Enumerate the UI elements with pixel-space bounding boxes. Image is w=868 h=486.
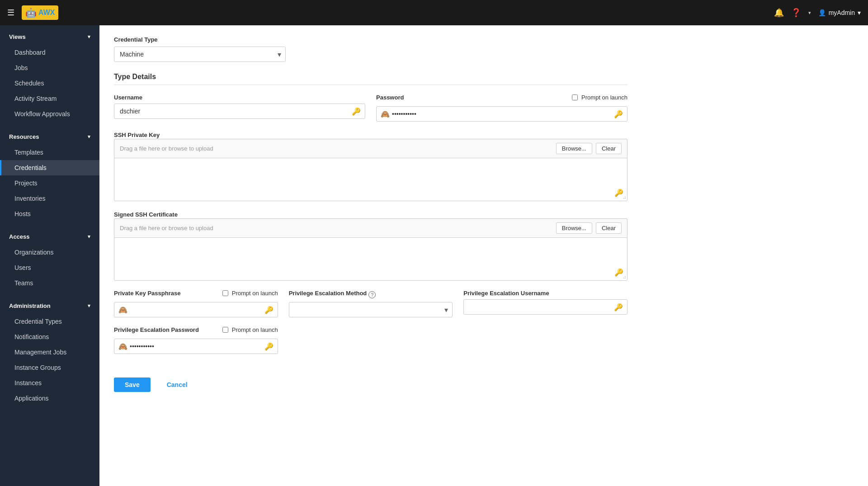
- signed-ssh-cert-icon[interactable]: 🔑: [614, 268, 623, 277]
- sidebar-item-projects[interactable]: Projects: [0, 175, 99, 191]
- signed-ssh-cert-label: Signed SSH Certificate: [114, 211, 178, 218]
- sidebar-item-instance-groups[interactable]: Instance Groups: [0, 360, 99, 375]
- escalation-password-input[interactable]: [114, 339, 278, 354]
- privilege-escalation-method-help-icon[interactable]: ?: [368, 291, 376, 298]
- password-key-icon[interactable]: 🔑: [614, 110, 623, 118]
- sidebar-section-views-label: Views: [9, 33, 26, 40]
- sidebar-section-resources-header[interactable]: Resources ▾: [0, 129, 99, 145]
- sidebar-item-workflow-approvals[interactable]: Workflow Approvals: [0, 106, 99, 122]
- ssh-private-key-browse-button[interactable]: Browse...: [556, 143, 592, 154]
- escalation-password-input-wrapper: 🙈 🔑: [114, 339, 278, 354]
- privilege-escalation-method-select-wrapper: sudo su pbrun pfexec doas dzdo ksu runas…: [289, 302, 453, 317]
- sidebar-section-administration-header[interactable]: Administration ▾: [0, 298, 99, 314]
- sidebar-item-templates[interactable]: Templates: [0, 145, 99, 160]
- privilege-escalation-username-key-icon[interactable]: 🔑: [614, 303, 623, 311]
- notification-icon[interactable]: 🔔: [774, 8, 784, 18]
- sidebar-item-credentials[interactable]: Credentials: [0, 160, 99, 175]
- sidebar-item-instances[interactable]: Instances: [0, 375, 99, 391]
- ssh-private-key-label: SSH Private Key: [114, 132, 160, 138]
- passphrase-input-wrapper: 🙈 🔑: [114, 302, 278, 317]
- sidebar-item-organizations[interactable]: Organizations: [0, 245, 99, 260]
- username-input[interactable]: [114, 104, 365, 119]
- sidebar-item-credential-types[interactable]: Credential Types: [0, 314, 99, 329]
- password-eye-icon[interactable]: 🙈: [381, 110, 390, 118]
- help-icon[interactable]: ❓: [791, 8, 801, 18]
- privilege-escalation-method-select[interactable]: sudo su pbrun pfexec doas dzdo ksu runas…: [289, 302, 453, 317]
- sidebar-section-administration: Administration ▾ Credential Types Notifi…: [0, 294, 99, 410]
- type-details-section: Type Details Username 🔑 Password: [114, 73, 627, 392]
- passphrase-prompt-text: Prompt on launch: [232, 290, 278, 297]
- sidebar-item-users[interactable]: Users: [0, 260, 99, 275]
- passphrase-prompt-label[interactable]: Prompt on launch: [222, 290, 278, 297]
- privilege-escalation-username-input[interactable]: [463, 299, 627, 315]
- sidebar-item-dashboard[interactable]: Dashboard: [0, 45, 99, 60]
- hamburger-icon[interactable]: ☰: [7, 8, 14, 18]
- sidebar-item-management-jobs[interactable]: Management Jobs: [0, 344, 99, 360]
- username-key-icon[interactable]: 🔑: [352, 107, 361, 116]
- ssh-private-key-textarea[interactable]: [114, 158, 627, 199]
- username-field: Username 🔑: [114, 94, 365, 119]
- signed-ssh-cert-upload-bar: Drag a file here or browse to upload Bro…: [114, 218, 627, 237]
- type-details-title: Type Details: [114, 73, 627, 85]
- password-label: Password: [376, 94, 404, 101]
- escalation-password-prompt-checkbox[interactable]: [222, 327, 228, 333]
- password-prompt-label[interactable]: Prompt on launch: [572, 94, 627, 101]
- credential-type-select-wrapper: Machine ▾: [114, 47, 286, 62]
- sidebar-item-schedules[interactable]: Schedules: [0, 75, 99, 91]
- username-label: myAdmin: [829, 9, 855, 16]
- credential-type-section: Credential Type Machine ▾: [114, 36, 627, 62]
- sidebar-item-applications[interactable]: Applications: [0, 391, 99, 406]
- passphrase-prompt-checkbox[interactable]: [222, 290, 228, 296]
- privilege-escalation-method-field: Privilege Escalation Method ? sudo su pb…: [289, 290, 453, 317]
- sidebar-item-hosts[interactable]: Hosts: [0, 206, 99, 222]
- sidebar: Views ▾ Dashboard Jobs Schedules Activit…: [0, 25, 99, 486]
- signed-ssh-cert-resize-handle: ⊿: [623, 274, 626, 279]
- escalation-password-row: Privilege Escalation Password Prompt on …: [114, 326, 627, 354]
- sidebar-section-resources-label: Resources: [9, 133, 39, 140]
- password-input[interactable]: [376, 106, 627, 122]
- sidebar-item-inventories[interactable]: Inventories: [0, 191, 99, 206]
- sidebar-section-resources: Resources ▾ Templates Credentials Projec…: [0, 125, 99, 225]
- help-chevron-icon[interactable]: ▾: [808, 10, 811, 16]
- escalation-password-prompt-label[interactable]: Prompt on launch: [222, 326, 278, 333]
- signed-ssh-cert-browse-button[interactable]: Browse...: [556, 222, 592, 234]
- signed-ssh-cert-clear-button[interactable]: Clear: [596, 222, 622, 234]
- escalation-password-prompt-text: Prompt on launch: [232, 326, 278, 333]
- app-body: Views ▾ Dashboard Jobs Schedules Activit…: [0, 25, 868, 486]
- credential-type-select[interactable]: Machine: [114, 47, 286, 62]
- signed-ssh-cert-section: Signed SSH Certificate Drag a file here …: [114, 210, 627, 281]
- sidebar-item-jobs[interactable]: Jobs: [0, 60, 99, 75]
- sidebar-section-views-header[interactable]: Views ▾: [0, 29, 99, 45]
- sidebar-section-access-header[interactable]: Access ▾: [0, 229, 99, 245]
- passphrase-input[interactable]: [114, 302, 278, 317]
- awx-logo: 🤖 AWX: [22, 5, 58, 20]
- user-menu[interactable]: 👤 myAdmin ▾: [818, 9, 861, 16]
- save-button[interactable]: Save: [114, 377, 151, 392]
- ssh-private-key-icon[interactable]: 🔑: [614, 189, 623, 197]
- passphrase-key-icon[interactable]: 🔑: [264, 306, 274, 314]
- main-content: Credential Type Machine ▾ Type Details U…: [99, 25, 868, 486]
- top-nav-right: 🔔 ❓ ▾ 👤 myAdmin ▾: [774, 8, 861, 18]
- ssh-private-key-section: SSH Private Key Drag a file here or brow…: [114, 131, 627, 201]
- ssh-private-key-clear-button[interactable]: Clear: [596, 143, 622, 154]
- escalation-password-key-icon[interactable]: 🔑: [264, 342, 274, 351]
- cancel-button[interactable]: Cancel: [156, 377, 198, 392]
- passphrase-escalation-row: Private Key Passphrase Prompt on launch …: [114, 290, 627, 317]
- privilege-escalation-password-label: Privilege Escalation Password: [114, 326, 199, 333]
- sidebar-item-activity-stream[interactable]: Activity Stream: [0, 91, 99, 106]
- passphrase-eye-icon[interactable]: 🙈: [118, 306, 127, 314]
- private-key-passphrase-label: Private Key Passphrase: [114, 290, 180, 297]
- username-label: Username: [114, 94, 365, 101]
- escalation-password-eye-icon[interactable]: 🙈: [118, 342, 127, 351]
- form-container: Credential Type Machine ▾ Type Details U…: [99, 25, 642, 403]
- logo-text: AWX: [38, 9, 55, 17]
- sidebar-section-views: Views ▾ Dashboard Jobs Schedules Activit…: [0, 25, 99, 125]
- sidebar-resources-chevron: ▾: [88, 134, 90, 140]
- signed-ssh-cert-textarea[interactable]: [114, 238, 627, 278]
- sidebar-item-notifications[interactable]: Notifications: [0, 329, 99, 344]
- top-nav: ☰ 🤖 AWX 🔔 ❓ ▾ 👤 myAdmin ▾: [0, 0, 868, 25]
- password-prompt-checkbox[interactable]: [572, 94, 578, 100]
- ssh-private-key-placeholder: Drag a file here or browse to upload: [120, 145, 552, 152]
- logo-robot-icon: 🤖: [25, 7, 37, 18]
- sidebar-item-teams[interactable]: Teams: [0, 275, 99, 291]
